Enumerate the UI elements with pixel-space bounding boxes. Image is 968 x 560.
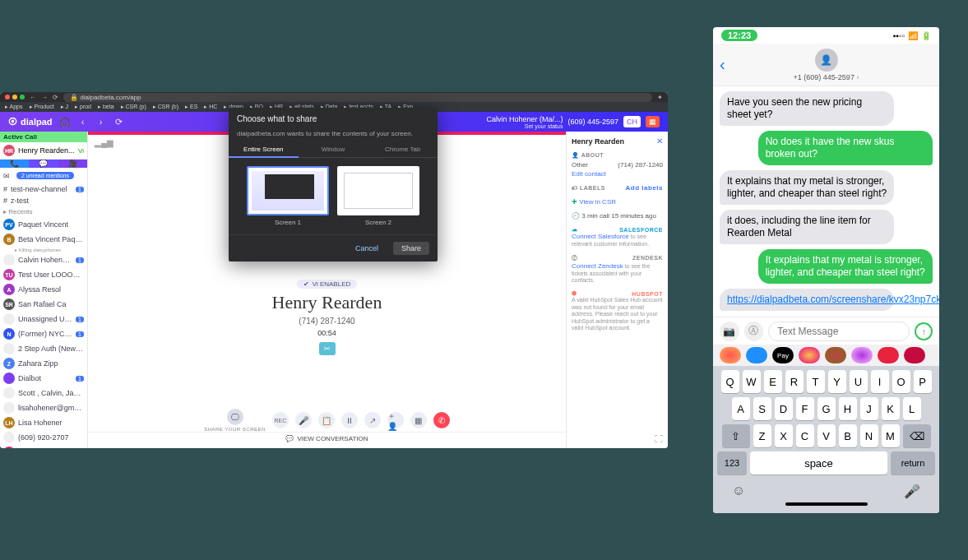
send-button[interactable]: ↑ [915, 322, 933, 340]
recent-item[interactable]: Unassigned Unas1 [0, 312, 87, 326]
key-t[interactable]: T [807, 370, 825, 393]
nav-left-icon[interactable]: ‹ [77, 116, 89, 127]
key-c[interactable]: C [796, 424, 814, 447]
add-user-button[interactable]: ＋👤 [387, 412, 404, 428]
recent-item[interactable]: 2 Step Auth (New CC) [0, 341, 87, 356]
key-v[interactable]: V [817, 424, 836, 447]
key-s[interactable]: S [753, 397, 771, 420]
win-min-dot[interactable] [12, 95, 17, 100]
hangup-button[interactable]: ✆ [433, 412, 450, 428]
message-input[interactable] [768, 322, 910, 341]
recent-item[interactable]: AAlyssa Resol [0, 282, 87, 297]
recent-item[interactable]: SRSan Rafael Ca [0, 297, 87, 312]
nav-reload-icon[interactable]: ⟳ [53, 94, 58, 101]
share-tab[interactable]: Entire Screen [229, 142, 299, 158]
bookmark-item[interactable]: ▸ CSR (p) [121, 104, 146, 110]
key-d[interactable]: D [775, 397, 793, 420]
message-bubble[interactable]: It explains that my metal is stronger, l… [758, 249, 933, 284]
message-bubble[interactable]: It explains that my metal is stronger, l… [720, 170, 894, 205]
nav-fwd-icon[interactable]: → [41, 94, 48, 101]
return-key[interactable]: return [891, 451, 935, 474]
screen-thumb-2[interactable]: Screen 2 [337, 166, 419, 226]
share-tab[interactable]: Window [299, 142, 368, 158]
app-grid-icon[interactable]: ▦ [646, 116, 660, 127]
bookmark-item[interactable]: ▸ Product [30, 104, 54, 110]
view-csr-link[interactable]: View in CSR [579, 198, 616, 206]
recent-item[interactable]: LHLisa Hohener [0, 415, 87, 430]
key-g[interactable]: G [817, 397, 836, 420]
key-f[interactable]: F [796, 397, 814, 420]
message-bubble[interactable]: it does, including the line item for Rea… [720, 210, 894, 244]
key-x[interactable]: X [775, 424, 793, 447]
key-a[interactable]: A [732, 397, 750, 420]
key-o[interactable]: O [892, 370, 910, 393]
key-k[interactable]: K [882, 397, 900, 420]
address-bar[interactable]: 🔒 dialpadbeta.com/app [63, 93, 652, 102]
bookmark-item[interactable]: ▸ ES [185, 104, 197, 110]
message-bubble[interactable]: https://dialpadbeta.com/screenshare/kvx2… [720, 289, 894, 311]
message-list[interactable]: Have you seen the new pricing sheet yet?… [713, 86, 939, 317]
key-h[interactable]: H [839, 397, 857, 420]
nav-back-icon[interactable]: ← [30, 94, 36, 101]
connect-salesforce-link[interactable]: Connect Salesforce [572, 233, 629, 240]
dialpad-button[interactable]: ▦ [410, 412, 427, 428]
edit-contact-link[interactable]: Edit contact [572, 170, 663, 178]
shift-key[interactable]: ⇧ [722, 424, 750, 447]
recent-item[interactable]: Scott , Calvin, Jaxon [0, 386, 87, 400]
recent-item[interactable]: ZZahara Zipp [0, 356, 87, 371]
key-l[interactable]: L [903, 397, 921, 420]
key-j[interactable]: J [860, 397, 878, 420]
bookmark-item[interactable]: ▸ prod [75, 104, 91, 110]
recent-item[interactable]: lisahohener@gmail.com [0, 400, 87, 415]
backspace-key[interactable]: ⌫ [903, 424, 931, 447]
sidebar-channel[interactable]: #z-test [0, 195, 87, 206]
key-q[interactable]: Q [721, 370, 739, 393]
key-z[interactable]: Z [753, 424, 771, 447]
bookmark-item[interactable]: ▸ beta [98, 104, 114, 110]
message-bubble[interactable]: No does it have the new skus broken out? [758, 131, 933, 165]
view-conversation-link[interactable]: 💬 VIEW CONVERSATION [88, 432, 566, 445]
key-r[interactable]: R [785, 370, 804, 393]
win-close-dot[interactable] [5, 95, 10, 100]
back-icon[interactable]: ‹ [720, 55, 725, 74]
screen-thumb-1[interactable]: Screen 1 [247, 166, 329, 226]
camera-button[interactable]: 📷 [720, 322, 739, 341]
app-strip[interactable]: Pay [713, 345, 939, 366]
contact-number[interactable]: +1 (609) 445-2597 [794, 73, 855, 81]
key-i[interactable]: I [871, 370, 889, 393]
recent-item[interactable]: Dialbot1 [0, 371, 87, 386]
key-n[interactable]: N [860, 424, 878, 447]
recent-item[interactable]: PVPaquet Vincent [0, 217, 87, 232]
key-e[interactable]: E [764, 370, 782, 393]
recent-item[interactable]: Calvin Hohener's Uber...1 [0, 252, 87, 267]
video-tab[interactable]: 🎥 [58, 160, 87, 168]
add-labels-link[interactable]: Add labels [626, 184, 663, 192]
link[interactable]: https://dialpadbeta.com/screenshare/kvx2… [727, 294, 939, 305]
mic-key[interactable]: 🎤 [904, 484, 920, 499]
key-p[interactable]: P [914, 370, 932, 393]
space-key[interactable]: space [750, 451, 887, 474]
sidebar-channel[interactable]: #test-new-channel1 [0, 183, 87, 195]
headset-icon[interactable]: 🎧 [59, 116, 71, 127]
notes-button[interactable]: 📋 [318, 412, 335, 428]
appstore-button[interactable]: Ⓐ [744, 322, 764, 341]
bookmark-item[interactable]: ▸ J [61, 104, 68, 110]
key-w[interactable]: W [743, 370, 761, 393]
mute-button[interactable]: 🎤 [295, 412, 312, 428]
record-button[interactable]: REC [272, 412, 289, 428]
home-indicator[interactable] [785, 502, 868, 506]
bookmark-item[interactable]: ▸ CSR (b) [153, 104, 178, 110]
contact-avatar[interactable]: 👤 [815, 49, 838, 72]
expand-icon[interactable]: ⛶ [655, 434, 663, 443]
recent-item[interactable]: N(Former) NYC Dialpad ...1 [0, 326, 87, 341]
emoji-key[interactable]: ☺ [732, 484, 745, 499]
share-tab[interactable]: Chrome Tab [368, 142, 438, 158]
user-avatar[interactable]: CH [623, 116, 641, 127]
bookmark-item[interactable]: ▸ HC [204, 104, 217, 110]
close-icon[interactable]: ✕ [656, 137, 663, 146]
unread-pill[interactable]: 2 unread mentions [16, 172, 74, 179]
user-status[interactable]: Set your status [486, 123, 563, 129]
transfer-button[interactable]: ↗ [364, 412, 381, 428]
phone-tab[interactable]: 📞 [0, 160, 29, 168]
snippet-button[interactable]: ✂ [319, 342, 336, 355]
